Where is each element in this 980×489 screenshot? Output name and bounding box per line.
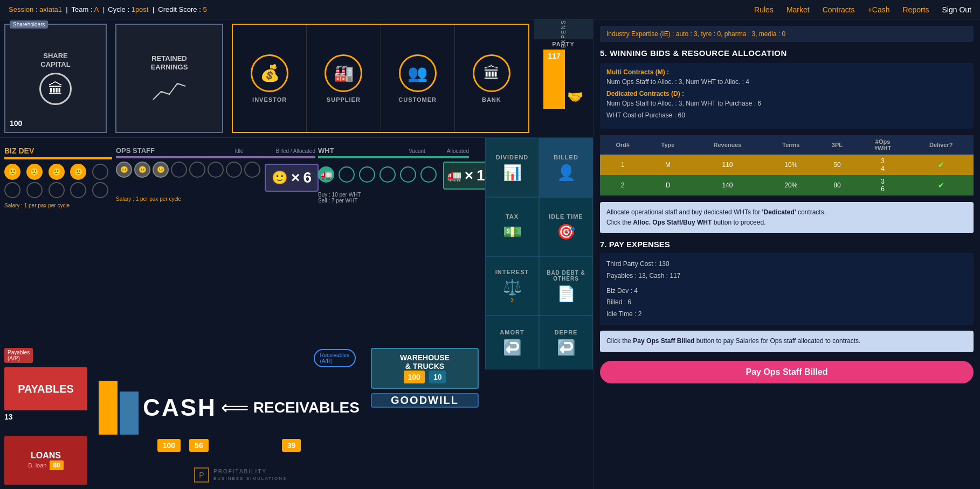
- wht-circle-empty: [420, 166, 437, 183]
- ops-empty: [171, 162, 187, 178]
- ie-label: Industry Expertise (IE) :: [606, 30, 674, 38]
- cell-ops-wht: 36: [857, 175, 909, 195]
- cash-bar-1: [99, 381, 118, 435]
- wht-label: WHT: [318, 146, 334, 155]
- cash-link[interactable]: +Cash: [868, 5, 890, 14]
- pay-ops-staff-button[interactable]: Pay Ops Staff Billed: [600, 361, 974, 383]
- left-panel: Shareholders SHARECAPITAL 🏛 100 RETAINED…: [0, 19, 593, 489]
- receivables-ar-button[interactable]: Receivables(A/R): [314, 349, 356, 367]
- supplier-icon: 🏭: [325, 54, 362, 92]
- biz-dev-person: 🙂: [49, 164, 65, 180]
- ops-empty: [189, 162, 205, 178]
- reports-link[interactable]: Reports: [902, 5, 929, 14]
- idle-time-label: IDLE TIME: [549, 213, 583, 220]
- cell-ops-wht: 34: [857, 155, 909, 175]
- interest-box[interactable]: INTEREST ⚖️ 3: [485, 256, 539, 316]
- biz-dev-section: BIZ DEV 🙂 🙂 🙂 🙂 Salary : 1 per pax per c…: [4, 146, 112, 208]
- ops-billed-box: 🙂 × 6: [265, 164, 319, 192]
- amort-label: AMORT: [500, 329, 524, 336]
- col-terms: Terms: [764, 135, 817, 155]
- payables-ap-button[interactable]: Payables(A/P): [4, 348, 33, 363]
- cell-type: M: [646, 155, 691, 175]
- share-capital-title: SHARECAPITAL: [40, 52, 70, 68]
- financial-top: Shareholders SHARECAPITAL 🏛 100 RETAINED…: [0, 19, 593, 138]
- multi-contracts-label: Multi Contracts (M) :: [606, 68, 967, 76]
- wht-circle-empty: [379, 166, 396, 183]
- section7-title: 7. PAY EXPENSES: [600, 240, 974, 249]
- shareholders-button[interactable]: Shareholders: [10, 20, 48, 29]
- ops-person: 😐: [153, 162, 169, 178]
- profitability-logo: P PROFITABILITYBUSINESS SIMULATIONS: [194, 467, 287, 483]
- biz-dev-people: 🙂 🙂 🙂 🙂: [4, 164, 112, 198]
- contracts-link[interactable]: Contracts: [823, 5, 855, 14]
- market-link[interactable]: Market: [786, 5, 810, 14]
- customer-label: CUSTOMER: [398, 96, 437, 103]
- wht-allocated-x: ×: [465, 167, 473, 184]
- biz-dev-empty: [70, 182, 86, 198]
- supplier-item[interactable]: 🏭 SUPPLIER: [307, 25, 381, 132]
- wht-circle-empty: [400, 166, 416, 183]
- bad-debt-icon: 📄: [557, 285, 576, 303]
- loans-sublabel: B. loan: [28, 462, 46, 469]
- wht-vacant-label: Vacant: [409, 148, 425, 154]
- depre-icon: ↩️: [557, 339, 576, 357]
- billed-box[interactable]: BILLED 👤: [539, 138, 593, 197]
- cell-revenues: 110: [690, 155, 764, 175]
- billed-icon: 👤: [557, 164, 576, 181]
- wht-circle: 🚛: [318, 166, 334, 183]
- payables-big-label: PAYABLES: [18, 383, 74, 395]
- receivables-val: 39: [282, 439, 301, 452]
- cash-big-label: CASH: [143, 394, 217, 421]
- biz-dev-bar: [4, 157, 112, 159]
- tax-box[interactable]: TAX 💵: [485, 197, 539, 256]
- bank-item[interactable]: 🏛 BANK: [455, 25, 528, 132]
- bad-debt-label: BAD DEBT &OTHERS: [547, 270, 585, 282]
- rules-link[interactable]: Rules: [754, 5, 774, 14]
- wht-sublabels: Vacant Allocated: [409, 148, 469, 154]
- expenses-detail-box: Third Party Cost : 130 Payables : 13, Ca…: [600, 253, 974, 325]
- party-icon: 🤝: [567, 89, 583, 104]
- cell-3pl: 50: [817, 155, 857, 175]
- biz-dev-empty: [4, 182, 20, 198]
- depre-box[interactable]: DEPRE ↩️: [539, 316, 593, 369]
- ops-billed-count: ×: [291, 169, 300, 186]
- customer-item[interactable]: 👥 CUSTOMER: [381, 25, 455, 132]
- idle-time-icon: 🎯: [557, 223, 576, 241]
- ops-person: 😐: [116, 162, 132, 178]
- ops-staff-section: OPS STAFF Idle Billed / Allocated 😐 😐 😐: [116, 146, 315, 202]
- ops-empty: [244, 162, 260, 178]
- biz-dev-empty: [26, 182, 43, 198]
- idle-time-box[interactable]: IDLE TIME 🎯: [539, 197, 593, 256]
- table-row: 2 D 140 20% 80 36 ✔: [600, 175, 974, 195]
- retained-earnings-box: RETAINEDEARNINGS: [115, 24, 223, 133]
- biz-dev-person: 🙂: [70, 164, 86, 180]
- expense-row-4: AMORT ↩️ DEPRE ↩️: [485, 316, 593, 369]
- col-3pl: 3PL: [817, 135, 857, 155]
- right-panel: Industry Expertise (IE) : auto : 3, tyre…: [593, 19, 980, 489]
- col-deliver: Deliver?: [908, 135, 974, 155]
- idle-label: Idle: [234, 148, 243, 154]
- biz-dev-empty: [92, 182, 108, 198]
- cash-val1: 100: [157, 439, 181, 452]
- dividend-box[interactable]: DIVIDEND 📊: [485, 138, 539, 197]
- bad-debt-box[interactable]: BAD DEBT &OTHERS 📄: [539, 256, 593, 316]
- amort-box[interactable]: AMORT ↩️: [485, 316, 539, 369]
- wht-cost: WHT Cost of Purchase : 60: [606, 111, 967, 119]
- customer-icon: 👥: [399, 54, 437, 92]
- ie-values: auto : 3, tyre : 0, pharma : 3, media : …: [676, 30, 785, 38]
- goodwill-panel: GOODWILL: [371, 393, 479, 408]
- bank-icon-circle: 🏛: [473, 54, 510, 92]
- pay-staff-info: Click the Pay Ops Staff Billed button to…: [600, 331, 974, 352]
- interest-label: INTEREST: [495, 269, 529, 275]
- biz-dev-empty: [49, 182, 65, 198]
- share-capital-box: Shareholders SHARECAPITAL 🏛 100: [4, 24, 107, 133]
- idle-time-expense: Idle Time : 2: [606, 309, 967, 320]
- interest-icon: ⚖️: [503, 278, 522, 296]
- wht-circle-empty: [339, 166, 355, 183]
- investor-item[interactable]: 💰 INVESTOR: [233, 25, 307, 132]
- wht-circle-empty: [359, 166, 375, 183]
- ops-billed-value: 6: [303, 169, 312, 186]
- dedicated-contracts-label: Dedicated Contracts (D) :: [606, 90, 967, 97]
- signout-link[interactable]: Sign Out: [942, 5, 971, 14]
- team-label: A: [94, 5, 99, 13]
